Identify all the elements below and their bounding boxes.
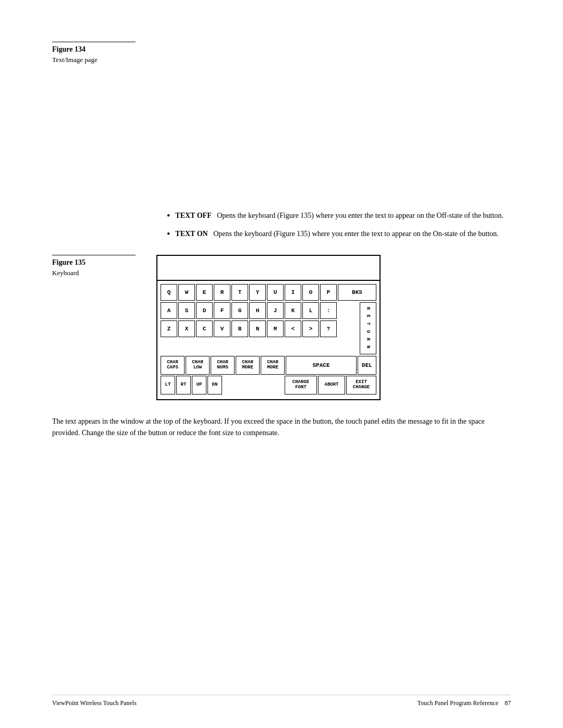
key-t[interactable]: T <box>231 284 248 301</box>
kb-row-1: Q W E R T Y U I O P BKS <box>161 284 376 301</box>
key-c[interactable]: C <box>196 320 213 337</box>
key-a[interactable]: A <box>161 302 177 319</box>
kb-rows-23-main: A S D F G H J K L : <box>161 302 359 354</box>
key-dn[interactable]: DN <box>207 376 222 394</box>
key-bks[interactable]: BKS <box>338 284 376 301</box>
keyboard-keys: Q W E R T Y U I O P BKS <box>157 281 380 399</box>
key-question[interactable]: ? <box>320 320 337 337</box>
key-i[interactable]: I <box>285 284 301 301</box>
key-j[interactable]: J <box>267 302 284 319</box>
figure-135-caption: Keyboard <box>52 269 156 277</box>
bullet-dot-2: • <box>167 229 170 239</box>
keyboard-display <box>157 256 380 281</box>
keyboard-diagram: Q W E R T Y U I O P BKS <box>156 255 381 400</box>
kb-row-4: CHARCAPS CHARLOW CHARNUMS CHARMORE CHARM… <box>161 356 376 375</box>
key-r[interactable]: R <box>214 284 230 301</box>
key-v[interactable]: V <box>214 320 230 337</box>
key-n[interactable]: N <box>249 320 266 337</box>
bullet-text-2: TEXT ON Opens the keyboard (Figure 135) … <box>175 228 511 239</box>
footer-right: Touch Panel Program Reference 87 <box>418 699 511 707</box>
key-m[interactable]: M <box>267 320 284 337</box>
kb-rows-area: Q W E R T Y U I O P BKS <box>157 281 380 399</box>
key-e[interactable]: E <box>196 284 213 301</box>
key-return[interactable]: R E T U R N <box>360 302 376 354</box>
key-change-font[interactable]: CHANGEFONT <box>285 376 317 394</box>
key-gt-arrow[interactable]: > <box>302 320 319 337</box>
key-z[interactable]: Z <box>161 320 177 337</box>
key-char-low[interactable]: CHARLOW <box>186 356 210 375</box>
page: Figure 134 Text/Image page • TEXT OFF Op… <box>0 0 563 728</box>
key-b[interactable]: B <box>231 320 248 337</box>
kb-row-5: LT RT UP DN CHANGEFONT ABORT EXITCHANGE <box>161 376 376 394</box>
key-char-more-1[interactable]: CHARMORE <box>236 356 260 375</box>
key-w[interactable]: W <box>178 284 195 301</box>
key-colon[interactable]: : <box>320 302 337 319</box>
figure-135-label-col: Figure 135 Keyboard <box>52 255 156 277</box>
bullet-section: • TEXT OFF Opens the keyboard (Figure 13… <box>167 210 511 239</box>
bullet-item-1: • TEXT OFF Opens the keyboard (Figure 13… <box>167 210 511 221</box>
key-g[interactable]: G <box>231 302 248 319</box>
bullet-text-1: TEXT OFF Opens the keyboard (Figure 135)… <box>175 210 511 221</box>
figure-134-label: Figure 134 <box>52 45 511 54</box>
key-char-more-2[interactable]: CHARMORE <box>261 356 285 375</box>
key-space[interactable]: SPACE <box>286 356 357 375</box>
kb-row-23-area: A S D F G H J K L : <box>161 302 376 354</box>
kb-row-3: Z X C V B N M < > ? <box>161 320 359 337</box>
bullet-dot-1: • <box>167 211 170 220</box>
key-lt-arrow[interactable]: < <box>285 320 301 337</box>
key-char-nums[interactable]: CHARNUMS <box>211 356 235 375</box>
kb-spacer <box>223 376 285 394</box>
figure-135-section: Figure 135 Keyboard Q W E R T Y U I <box>52 255 511 400</box>
key-h[interactable]: H <box>249 302 266 319</box>
key-f[interactable]: F <box>214 302 230 319</box>
key-x[interactable]: X <box>178 320 195 337</box>
key-u[interactable]: U <box>267 284 284 301</box>
key-q[interactable]: Q <box>161 284 177 301</box>
paragraph-text: The text appears in the window at the to… <box>52 416 511 439</box>
key-del[interactable]: DEL <box>358 356 376 375</box>
bullet-item-2: • TEXT ON Opens the keyboard (Figure 135… <box>167 228 511 239</box>
key-char-caps[interactable]: CHARCAPS <box>161 356 185 375</box>
footer-left: ViewPoint Wireless Touch Panels <box>52 699 137 707</box>
key-up[interactable]: UP <box>192 376 206 394</box>
figure-134-block: Figure 134 Text/Image page <box>52 42 511 64</box>
kb-row-2: A S D F G H J K L : <box>161 302 359 319</box>
figure-134-rule <box>52 42 136 42</box>
key-rt[interactable]: RT <box>176 376 191 394</box>
footer: ViewPoint Wireless Touch Panels Touch Pa… <box>52 695 511 707</box>
key-s[interactable]: S <box>178 302 195 319</box>
key-l[interactable]: L <box>302 302 319 319</box>
key-exit-change[interactable]: EXITCHANGE <box>346 376 376 394</box>
key-y[interactable]: Y <box>249 284 266 301</box>
term-text-on: TEXT ON <box>175 230 207 238</box>
figure-134-caption: Text/Image page <box>52 56 511 64</box>
key-d[interactable]: D <box>196 302 213 319</box>
key-k[interactable]: K <box>285 302 301 319</box>
figure-135-rule <box>52 255 136 255</box>
paragraph-section: The text appears in the window at the to… <box>52 416 511 439</box>
key-abort[interactable]: ABORT <box>318 376 345 394</box>
term-text-off: TEXT OFF <box>175 212 211 219</box>
key-p[interactable]: P <box>320 284 337 301</box>
figure-135-label: Figure 135 <box>52 258 156 267</box>
key-o[interactable]: O <box>302 284 319 301</box>
key-lt[interactable]: LT <box>161 376 175 394</box>
